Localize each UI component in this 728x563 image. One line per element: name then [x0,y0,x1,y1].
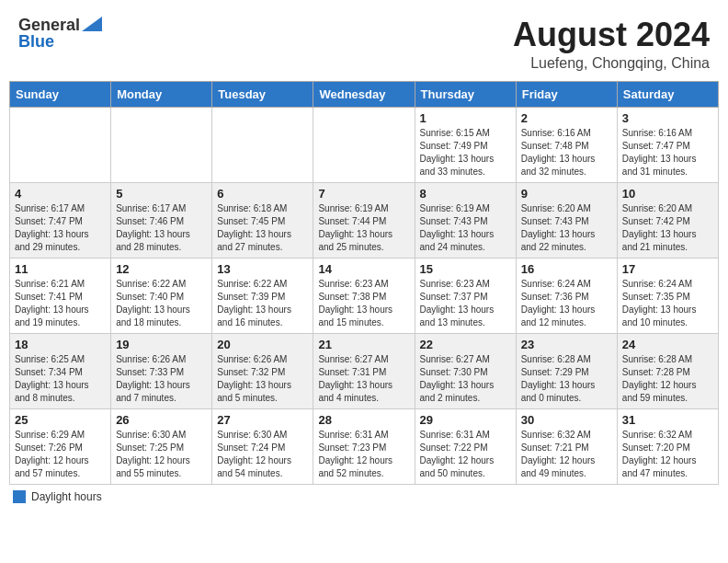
calendar-cell [10,107,111,182]
week-row-4: 18Sunrise: 6:25 AM Sunset: 7:34 PM Dayli… [10,333,719,408]
calendar-cell: 26Sunrise: 6:30 AM Sunset: 7:25 PM Dayli… [111,408,212,484]
day-number: 30 [521,413,612,427]
day-info: Sunrise: 6:27 AM Sunset: 7:31 PM Dayligh… [318,353,409,405]
calendar-cell: 23Sunrise: 6:28 AM Sunset: 7:29 PM Dayli… [516,333,617,408]
calendar-header-thursday: Thursday [415,81,516,107]
calendar-cell: 27Sunrise: 6:30 AM Sunset: 7:24 PM Dayli… [212,408,313,484]
day-number: 25 [15,413,106,427]
header: General Blue August 2024 Luefeng, Chongq… [9,9,719,75]
logo-icon [82,17,102,31]
calendar-header-row: SundayMondayTuesdayWednesdayThursdayFrid… [10,81,719,107]
calendar-cell: 20Sunrise: 6:26 AM Sunset: 7:32 PM Dayli… [212,333,313,408]
day-info: Sunrise: 6:18 AM Sunset: 7:45 PM Dayligh… [217,202,308,254]
calendar-cell: 1Sunrise: 6:15 AM Sunset: 7:49 PM Daylig… [415,107,516,182]
calendar-cell: 8Sunrise: 6:19 AM Sunset: 7:43 PM Daylig… [415,182,516,258]
day-number: 20 [217,338,308,351]
calendar-cell: 5Sunrise: 6:17 AM Sunset: 7:46 PM Daylig… [111,182,212,258]
day-info: Sunrise: 6:19 AM Sunset: 7:43 PM Dayligh… [420,202,511,254]
calendar-cell: 31Sunrise: 6:32 AM Sunset: 7:20 PM Dayli… [617,408,718,484]
calendar-header-sunday: Sunday [10,81,111,107]
day-number: 17 [622,262,713,276]
calendar-cell: 11Sunrise: 6:21 AM Sunset: 7:41 PM Dayli… [10,258,111,333]
month-title: August 2024 [513,17,710,53]
day-number: 9 [521,187,612,201]
week-row-2: 4Sunrise: 6:17 AM Sunset: 7:47 PM Daylig… [10,182,719,258]
day-number: 3 [622,111,713,125]
calendar-cell: 7Sunrise: 6:19 AM Sunset: 7:44 PM Daylig… [313,182,415,258]
day-info: Sunrise: 6:16 AM Sunset: 7:47 PM Dayligh… [622,127,713,178]
day-info: Sunrise: 6:30 AM Sunset: 7:24 PM Dayligh… [217,429,308,480]
calendar-header-wednesday: Wednesday [313,81,415,107]
day-number: 13 [217,262,308,276]
day-number: 7 [318,187,409,201]
week-row-5: 25Sunrise: 6:29 AM Sunset: 7:26 PM Dayli… [10,408,719,484]
day-number: 6 [217,187,308,201]
week-row-3: 11Sunrise: 6:21 AM Sunset: 7:41 PM Dayli… [10,258,719,333]
day-number: 31 [622,413,713,427]
day-info: Sunrise: 6:32 AM Sunset: 7:20 PM Dayligh… [622,429,713,480]
day-info: Sunrise: 6:30 AM Sunset: 7:25 PM Dayligh… [116,429,207,480]
day-info: Sunrise: 6:24 AM Sunset: 7:35 PM Dayligh… [622,278,713,329]
calendar-header-monday: Monday [111,81,212,107]
day-info: Sunrise: 6:19 AM Sunset: 7:44 PM Dayligh… [318,202,409,254]
day-info: Sunrise: 6:25 AM Sunset: 7:34 PM Dayligh… [15,353,106,405]
calendar-cell: 24Sunrise: 6:28 AM Sunset: 7:28 PM Dayli… [617,333,718,408]
svg-marker-0 [82,17,102,31]
calendar-cell: 25Sunrise: 6:29 AM Sunset: 7:26 PM Dayli… [10,408,111,484]
logo-general: General [18,17,80,33]
day-number: 1 [420,111,511,125]
day-info: Sunrise: 6:24 AM Sunset: 7:36 PM Dayligh… [521,278,612,329]
day-info: Sunrise: 6:22 AM Sunset: 7:40 PM Dayligh… [116,278,207,329]
day-number: 21 [318,338,409,351]
day-number: 23 [521,338,612,351]
location-title: Luefeng, Chongqing, China [513,55,710,72]
day-info: Sunrise: 6:17 AM Sunset: 7:46 PM Dayligh… [116,202,207,254]
day-number: 15 [420,262,511,276]
calendar-cell: 4Sunrise: 6:17 AM Sunset: 7:47 PM Daylig… [10,182,111,258]
calendar-cell: 19Sunrise: 6:26 AM Sunset: 7:33 PM Dayli… [111,333,212,408]
day-number: 8 [420,187,511,201]
day-info: Sunrise: 6:32 AM Sunset: 7:21 PM Dayligh… [521,429,612,480]
day-info: Sunrise: 6:27 AM Sunset: 7:30 PM Dayligh… [420,353,511,405]
day-number: 22 [420,338,511,351]
calendar-cell: 22Sunrise: 6:27 AM Sunset: 7:30 PM Dayli… [415,333,516,408]
day-info: Sunrise: 6:20 AM Sunset: 7:43 PM Dayligh… [521,202,612,254]
legend-label: Daylight hours [31,490,102,503]
day-info: Sunrise: 6:15 AM Sunset: 7:49 PM Dayligh… [420,127,511,178]
day-number: 16 [521,262,612,276]
day-number: 12 [116,262,207,276]
calendar-cell: 14Sunrise: 6:23 AM Sunset: 7:38 PM Dayli… [313,258,415,333]
calendar-cell: 6Sunrise: 6:18 AM Sunset: 7:45 PM Daylig… [212,182,313,258]
day-number: 14 [318,262,409,276]
day-info: Sunrise: 6:16 AM Sunset: 7:48 PM Dayligh… [521,127,612,178]
day-number: 11 [15,262,106,276]
day-info: Sunrise: 6:22 AM Sunset: 7:39 PM Dayligh… [217,278,308,329]
day-info: Sunrise: 6:23 AM Sunset: 7:37 PM Dayligh… [420,278,511,329]
calendar-header-saturday: Saturday [617,81,718,107]
title-area: August 2024 Luefeng, Chongqing, China [513,17,710,72]
day-info: Sunrise: 6:28 AM Sunset: 7:29 PM Dayligh… [521,353,612,405]
calendar-cell [111,107,212,182]
legend: Daylight hours [9,490,719,503]
calendar-cell: 9Sunrise: 6:20 AM Sunset: 7:43 PM Daylig… [516,182,617,258]
calendar-header-tuesday: Tuesday [212,81,313,107]
calendar-cell: 16Sunrise: 6:24 AM Sunset: 7:36 PM Dayli… [516,258,617,333]
day-info: Sunrise: 6:28 AM Sunset: 7:28 PM Dayligh… [622,353,713,405]
calendar-cell: 17Sunrise: 6:24 AM Sunset: 7:35 PM Dayli… [617,258,718,333]
calendar-cell: 18Sunrise: 6:25 AM Sunset: 7:34 PM Dayli… [10,333,111,408]
day-info: Sunrise: 6:26 AM Sunset: 7:32 PM Dayligh… [217,353,308,405]
calendar-cell [212,107,313,182]
day-number: 27 [217,413,308,427]
calendar-header-friday: Friday [516,81,617,107]
day-number: 4 [15,187,106,201]
week-row-1: 1Sunrise: 6:15 AM Sunset: 7:49 PM Daylig… [10,107,719,182]
calendar-cell [313,107,415,182]
calendar-cell: 15Sunrise: 6:23 AM Sunset: 7:37 PM Dayli… [415,258,516,333]
day-info: Sunrise: 6:26 AM Sunset: 7:33 PM Dayligh… [116,353,207,405]
calendar-cell: 21Sunrise: 6:27 AM Sunset: 7:31 PM Dayli… [313,333,415,408]
day-info: Sunrise: 6:31 AM Sunset: 7:22 PM Dayligh… [420,429,511,480]
calendar-cell: 12Sunrise: 6:22 AM Sunset: 7:40 PM Dayli… [111,258,212,333]
day-info: Sunrise: 6:31 AM Sunset: 7:23 PM Dayligh… [318,429,409,480]
day-number: 10 [622,187,713,201]
day-number: 26 [116,413,207,427]
